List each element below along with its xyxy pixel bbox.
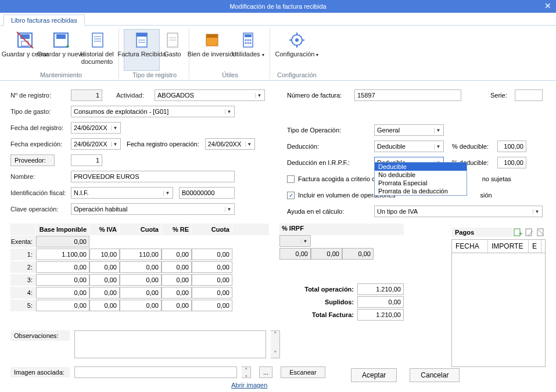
chevron-down-icon: ▼ — [163, 190, 171, 196]
clave-op-select[interactable]: Operación habitual▼ — [71, 203, 235, 215]
num-factura-input[interactable] — [354, 89, 461, 101]
utilidades-button[interactable]: Utilidades ▾ — [230, 29, 266, 71]
iva-cuota2-input[interactable] — [192, 249, 232, 260]
chevron-down-icon: ▼ — [533, 209, 541, 214]
chevron-down-icon: ▼ — [111, 142, 119, 147]
iva-cuota-input[interactable] — [120, 249, 162, 260]
cancel-button[interactable]: Cancelar — [410, 368, 460, 382]
iva-re-input[interactable] — [162, 249, 192, 260]
observaciones-input[interactable] — [74, 330, 266, 358]
nombre-input[interactable] — [71, 171, 235, 182]
iva-cuota-input[interactable] — [120, 274, 162, 286]
gasto-button[interactable]: Gasto — [160, 29, 185, 71]
iva-base-input[interactable] — [36, 274, 89, 286]
browse-button[interactable]: ... — [259, 366, 272, 378]
delete-payment-icon[interactable] — [536, 228, 546, 237]
iva-pct-input[interactable] — [89, 287, 120, 299]
volumen-checkbox[interactable]: ✓ — [287, 192, 295, 199]
dd-option-prorrata-especial[interactable]: Prorrata Especial — [375, 179, 467, 187]
pagos-col-importe[interactable]: IMPORTE — [488, 240, 529, 253]
actividad-select[interactable]: ABOGADOS▼ — [155, 89, 265, 101]
bien-inversion-button[interactable]: Bien de inversión — [194, 29, 230, 71]
edit-payment-icon[interactable] — [525, 228, 534, 237]
scan-button[interactable]: Escanear — [281, 366, 325, 378]
iva-pct-input[interactable] — [89, 274, 120, 286]
invoice-icon — [132, 31, 151, 49]
pagos-col-fecha[interactable]: FECHA — [452, 240, 488, 253]
caja-checkbox[interactable] — [287, 175, 295, 183]
observaciones-label: Observaciones: — [10, 330, 70, 341]
id-fiscal-tipo-select[interactable]: N.I.F.▼ — [71, 187, 173, 199]
tipo-gasto-select[interactable]: Consumos de explotación - [G01]▼ — [71, 106, 235, 117]
imagen-input[interactable] — [74, 366, 237, 378]
iva-re-input[interactable] — [162, 300, 192, 311]
close-icon[interactable]: ✕ — [544, 1, 551, 10]
factura-recibida-button[interactable]: Factura Recibida — [124, 29, 160, 71]
iva-cuota2-input[interactable] — [192, 261, 232, 273]
investment-icon — [203, 31, 221, 49]
iva-base-input[interactable] — [36, 287, 89, 299]
history-button[interactable]: Historial del documento — [79, 29, 115, 71]
fecha-exped-input[interactable]: 24/06/20XX▼ — [71, 138, 121, 150]
chevron-down-icon: ▾ — [316, 52, 318, 57]
pct-ded-input[interactable] — [497, 141, 526, 152]
iva-re-input[interactable] — [162, 261, 192, 273]
configuracion-button[interactable]: Configuración ▾ — [275, 29, 319, 71]
iva-cuota-input[interactable] — [120, 261, 162, 273]
irpf-header: % IRPF — [279, 224, 404, 235]
clave-op-label: Clave operación: — [10, 206, 71, 213]
add-payment-icon[interactable]: + — [513, 228, 522, 237]
iva-re-input[interactable] — [162, 287, 192, 299]
scrollbar-small[interactable]: ˄˅ — [242, 366, 251, 378]
iva-base-input[interactable] — [36, 261, 89, 273]
scrollbar[interactable]: ˄˅ — [271, 330, 280, 358]
fecha-reg-op-input[interactable]: 24/06/20XX▼ — [205, 138, 255, 150]
id-fiscal-input[interactable] — [179, 187, 235, 199]
titlebar: Modificación de la factura recibida ✕ — [0, 0, 556, 13]
iva-cuota2-input[interactable] — [192, 274, 232, 286]
pagos-col-e[interactable]: E — [529, 240, 541, 253]
iva-cuota2-input[interactable] — [192, 287, 232, 299]
iva-cuota2-input[interactable] — [192, 300, 232, 311]
ayuda-select[interactable]: Un tipo de IVA▼ — [374, 206, 543, 217]
iva-pct-input[interactable] — [89, 249, 120, 260]
iva-cuota-input[interactable] — [120, 287, 162, 299]
dd-option-prorrata-deduccion[interactable]: Prorrata de la deducción — [375, 187, 467, 195]
iva-pct-input[interactable] — [89, 300, 120, 311]
dd-option-deducible[interactable]: Deducible — [375, 163, 467, 171]
tab-libro-facturas[interactable]: Libro facturas recibidas — [3, 15, 85, 26]
iva-cuota-input[interactable] — [120, 300, 162, 311]
abrir-imagen-link[interactable]: Abrir imagen — [231, 382, 267, 389]
suplidos-label: Suplidos: — [325, 299, 354, 305]
suplidos-input[interactable]: 0,00 — [357, 296, 404, 308]
gear-icon — [288, 31, 306, 49]
chevron-down-icon: ▼ — [111, 125, 119, 131]
iva-row-label: 4: — [10, 287, 36, 299]
total-op-label: Total operación: — [304, 286, 354, 293]
window-title: Modificación de la factura recibida — [229, 3, 326, 10]
ayuda-label: Ayuda en el cálculo: — [287, 208, 374, 215]
ribbon: Guardar y cerrar + Guardar y nueva Histo… — [0, 26, 556, 81]
iva-base-input[interactable] — [36, 249, 89, 260]
iva-header: Base Imponible % IVA Cuota % RE Cuota — [10, 224, 269, 235]
proveedor-button[interactable]: Proveedor: — [10, 154, 55, 166]
proveedor-input[interactable] — [71, 154, 102, 166]
iva-base-input[interactable] — [36, 300, 89, 311]
deduccion-select[interactable]: Deducible▼ — [374, 141, 444, 152]
dd-option-no-deducible[interactable]: No deducible — [375, 171, 467, 179]
fecha-registro-input[interactable]: 24/06/20XX▼ — [71, 122, 121, 134]
irpf-pct-select[interactable]: ▼ — [279, 235, 311, 247]
iva-row: 2: — [10, 261, 269, 274]
irpf-v2-input — [342, 248, 374, 260]
iva-pct-input[interactable] — [89, 261, 120, 273]
iva-re-input[interactable] — [162, 274, 192, 286]
serie-input[interactable] — [515, 89, 543, 101]
save-close-button[interactable]: Guardar y cerrar — [7, 29, 43, 71]
id-fiscal-label: Identificación fiscal: — [10, 189, 71, 196]
tipo-op-select[interactable]: General▼ — [374, 124, 444, 136]
pct-ded2-input[interactable] — [497, 157, 526, 168]
ok-button[interactable]: Aceptar — [351, 368, 397, 382]
irpf-v1-input — [311, 248, 342, 260]
n-registro-input[interactable] — [71, 89, 102, 101]
svg-point-22 — [245, 39, 247, 41]
